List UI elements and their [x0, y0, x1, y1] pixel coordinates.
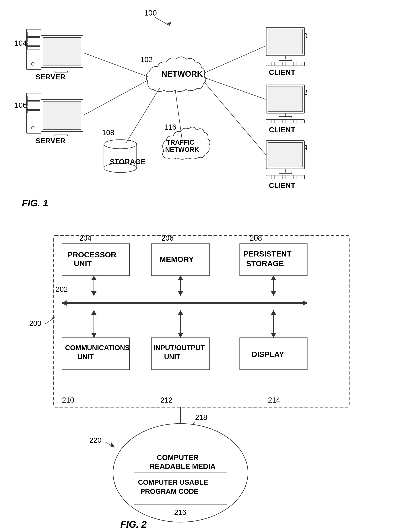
svg-line-100 — [175, 89, 182, 142]
svg-text:STORAGE: STORAGE — [246, 259, 284, 268]
svg-text:FIG. 1: FIG. 1 — [22, 198, 48, 208]
svg-text:108: 108 — [102, 129, 114, 137]
svg-line-101 — [204, 46, 266, 73]
svg-marker-125 — [91, 276, 97, 280]
svg-text:202: 202 — [56, 285, 68, 293]
svg-text:116: 116 — [164, 123, 176, 131]
svg-text:204: 204 — [79, 234, 92, 242]
ref-106: 106 — [15, 101, 27, 109]
svg-marker-145 — [178, 310, 183, 315]
svg-rect-11 — [43, 37, 81, 66]
svg-text:CLIENT: CLIENT — [269, 126, 295, 134]
svg-text:NETWORK: NETWORK — [161, 69, 203, 78]
svg-marker-159 — [110, 442, 115, 447]
svg-rect-16 — [27, 96, 40, 100]
svg-rect-79 — [268, 142, 303, 167]
page: 100 FIG. 1 104 SERVER 106 — [0, 0, 396, 532]
svg-rect-17 — [27, 101, 40, 106]
svg-marker-146 — [178, 333, 183, 338]
svg-marker-139 — [91, 333, 97, 338]
ref-104: 104 — [15, 39, 27, 47]
svg-text:UNIT: UNIT — [164, 353, 180, 361]
svg-rect-5 — [27, 32, 40, 36]
svg-text:CLIENT: CLIENT — [269, 181, 295, 190]
svg-line-102 — [204, 78, 266, 100]
svg-rect-59 — [268, 87, 303, 111]
svg-text:CLIENT: CLIENT — [269, 68, 295, 76]
svg-rect-6 — [27, 37, 40, 42]
svg-rect-110 — [62, 244, 129, 276]
svg-text:200: 200 — [29, 319, 41, 327]
svg-text:STORAGE: STORAGE — [110, 158, 146, 166]
svg-text:TRAFFIC: TRAFFIC — [166, 138, 194, 146]
svg-text:100: 100 — [144, 9, 157, 17]
svg-text:COMPUTER: COMPUTER — [157, 454, 198, 461]
svg-line-99 — [126, 87, 160, 143]
svg-text:READABLE MEDIA: READABLE MEDIA — [150, 462, 215, 470]
svg-text:208: 208 — [250, 234, 262, 242]
svg-text:INPUT/OUTPUT: INPUT/OUTPUT — [153, 344, 205, 352]
svg-line-98 — [84, 80, 148, 115]
svg-text:MEMORY: MEMORY — [160, 255, 194, 264]
svg-marker-128 — [178, 276, 183, 280]
svg-text:212: 212 — [160, 396, 173, 404]
fig2-diagram: FIG. 2 200 204 PROCESSOR UNIT 206 MEMORY… — [18, 225, 383, 531]
svg-marker-122 — [62, 300, 67, 306]
svg-line-97 — [84, 53, 148, 77]
svg-text:210: 210 — [62, 396, 74, 404]
svg-rect-39 — [268, 29, 303, 54]
svg-rect-7 — [27, 43, 40, 46]
svg-rect-18 — [27, 107, 40, 109]
svg-rect-22 — [43, 101, 81, 130]
svg-rect-134 — [62, 338, 129, 370]
svg-marker-131 — [271, 276, 276, 280]
svg-text:SERVER: SERVER — [35, 73, 65, 81]
svg-line-1 — [155, 17, 169, 26]
svg-marker-152 — [271, 333, 276, 338]
svg-marker-126 — [91, 291, 97, 296]
svg-text:PROCESSOR: PROCESSOR — [67, 251, 116, 259]
svg-point-29 — [104, 140, 137, 149]
svg-marker-132 — [271, 291, 276, 296]
svg-text:PERSISTENT: PERSISTENT — [243, 250, 291, 258]
svg-text:214: 214 — [268, 396, 280, 404]
svg-point-20 — [31, 126, 34, 129]
svg-rect-19 — [27, 110, 40, 113]
svg-marker-138 — [91, 310, 97, 315]
fig1-diagram: 100 FIG. 1 104 SERVER 106 — [6, 6, 388, 215]
svg-rect-108 — [54, 235, 349, 407]
svg-text:206: 206 — [161, 234, 174, 242]
svg-rect-8 — [27, 47, 40, 49]
svg-text:NETWORK: NETWORK — [165, 146, 199, 153]
svg-text:UNIT: UNIT — [77, 353, 94, 361]
svg-text:SERVER: SERVER — [35, 137, 65, 145]
svg-point-9 — [31, 62, 34, 65]
svg-text:220: 220 — [89, 436, 102, 444]
svg-text:102: 102 — [140, 55, 153, 64]
svg-text:UNIT: UNIT — [74, 259, 92, 268]
svg-text:DISPLAY: DISPLAY — [252, 350, 284, 359]
svg-line-103 — [204, 82, 266, 155]
svg-text:COMMUNICATIONS: COMMUNICATIONS — [65, 344, 130, 352]
svg-marker-129 — [178, 291, 183, 296]
svg-text:FIG. 2: FIG. 2 — [120, 519, 147, 530]
svg-marker-151 — [271, 310, 276, 315]
svg-text:216: 216 — [174, 508, 186, 516]
svg-rect-141 — [151, 338, 210, 370]
svg-marker-123 — [303, 300, 307, 306]
svg-text:218: 218 — [195, 413, 207, 421]
svg-marker-2 — [167, 22, 171, 26]
svg-text:COMPUTER USABLE: COMPUTER USABLE — [138, 478, 208, 486]
svg-text:PROGRAM CODE: PROGRAM CODE — [140, 488, 198, 495]
